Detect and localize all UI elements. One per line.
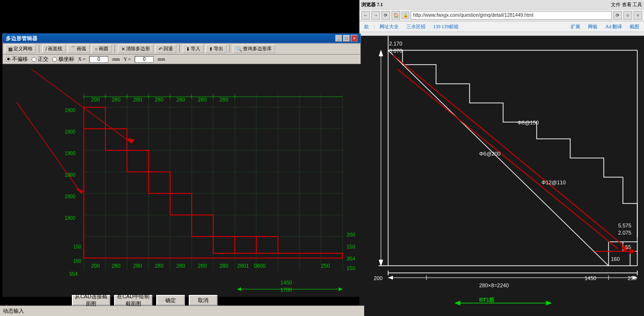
svg-text:1900: 1900 [65, 215, 76, 221]
from-cad-label: 从CAD连接截面图 [73, 293, 109, 307]
bookmark-expand[interactable]: 扩展 [568, 23, 583, 31]
sep-bookmark-1: | [374, 24, 375, 29]
forward-btn[interactable]: → [371, 11, 380, 20]
svg-text:1450: 1450 [280, 280, 292, 285]
home-btn[interactable]: 🏠 [391, 11, 400, 20]
y-unit: mm [158, 56, 165, 62]
y-label: Y = [124, 56, 131, 62]
bookmark-home[interactable]: 欲 [361, 23, 372, 31]
circle-icon: ○ [95, 46, 98, 52]
star-btn[interactable]: ☆ [623, 11, 632, 20]
svg-text:160: 160 [611, 256, 620, 262]
draw-arc-label: 画弧 [77, 45, 86, 52]
cad-close-btn[interactable]: ✕ [351, 35, 357, 42]
draw-arc-btn[interactable]: ⌒ 画弧 [68, 45, 90, 53]
svg-text:55: 55 [625, 244, 631, 250]
arc-icon: ⌒ [71, 45, 76, 52]
svg-text:250: 250 [321, 263, 330, 269]
tool-sep2 [115, 45, 115, 53]
svg-text:1900: 1900 [65, 194, 76, 199]
svg-text:280: 280 [176, 263, 185, 269]
x-input[interactable] [89, 56, 108, 63]
svg-text:3.070: 3.070 [389, 48, 402, 54]
orthogonal-option[interactable]: 正交 [32, 56, 48, 63]
draw-line-btn[interactable]: / 画直线 [42, 45, 66, 53]
cancel-label: 取消 [198, 297, 208, 304]
address-bar[interactable] [411, 11, 612, 20]
menu-btn[interactable]: ≡ [633, 11, 642, 20]
export-btn[interactable]: ⬆ 导出 [206, 45, 227, 53]
svg-text:0800: 0800 [254, 263, 265, 269]
import-btn[interactable]: ⬇ 导入 [183, 45, 204, 53]
grid-icon: ▦ [8, 46, 12, 52]
right-panel-svg: 2.170 3.070 Φ8@150 Φ6@200 Φ12@110 5.575 … [359, 36, 644, 316]
cad-title-buttons: _ □ ✕ [335, 35, 357, 42]
draw-circle-btn[interactable]: ○ 画圆 [92, 45, 112, 53]
define-grid-label: 定义网格 [13, 45, 33, 52]
export-label: 导出 [214, 45, 223, 52]
cad-toolbar: ▦ 定义网格 / 画直线 ⌒ 画弧 ○ 画圆 ✕ 清除多边形 ↶ 回退 ⬇ 导入 [2, 43, 361, 55]
svg-text:554: 554 [69, 271, 78, 277]
from-cad-btn[interactable]: 从CAD连接截面图 [72, 295, 110, 305]
no-offset-option[interactable]: 不偏移 [6, 56, 28, 63]
confirm-btn[interactable]: 确定 [156, 295, 185, 305]
bookmark-email[interactable]: 139 139邮箱 [430, 23, 461, 31]
undo-btn[interactable]: ↶ 回退 [155, 45, 176, 53]
cad-bottom-buttons: 从CAD连接截面图 在CAD中绘制截面图 确定 取消 [72, 295, 218, 305]
query-polygon-btn[interactable]: 🔍 查询多边形库 [233, 45, 275, 53]
cad-title: 多边形管辑器 [6, 35, 37, 42]
svg-text:200: 200 [346, 232, 355, 237]
svg-text:150: 150 [73, 244, 81, 249]
cad-minimize-btn[interactable]: _ [335, 35, 342, 42]
polar-radio[interactable] [52, 57, 57, 62]
bookmark-translate[interactable]: Ad 翻译 [602, 23, 625, 31]
svg-text:Φ12@110: Φ12@110 [541, 180, 566, 185]
no-offset-radio[interactable] [6, 57, 11, 62]
cad-maximize-btn[interactable]: □ [343, 35, 350, 42]
draw-line-label: 画直线 [48, 45, 62, 52]
bookmark-screenshot[interactable]: 截图 [627, 23, 642, 31]
bookmark-nav[interactable]: 网址大全 [377, 23, 402, 31]
back-btn[interactable]: ← [361, 11, 370, 20]
refresh-btn[interactable]: ⟳ [613, 11, 622, 20]
status-text: 动态输入 [3, 307, 24, 315]
svg-text:1900: 1900 [65, 108, 76, 113]
svg-text:280: 280 [133, 97, 142, 102]
y-input[interactable] [135, 56, 154, 63]
svg-text:280: 280 [219, 263, 228, 269]
cad-statusbar: 动态输入 [0, 305, 364, 316]
svg-text:280: 280 [133, 263, 142, 269]
orthogonal-radio[interactable] [32, 57, 36, 62]
cad-drawing-area: 200 280 280 280 280 280 280 1900 1900 19… [2, 64, 361, 297]
cancel-btn[interactable]: 取消 [189, 295, 218, 305]
import-icon: ⬇ [186, 46, 190, 52]
svg-text:280: 280 [155, 263, 163, 269]
right-panel-drawing: 2.170 3.070 Φ8@150 Φ6@200 Φ12@110 5.575 … [359, 36, 644, 316]
browser-bookmarks-bar: 欲 | 网址大全 三水区招 139 139邮箱 扩展 网银 Ad 翻译 截图 [359, 22, 644, 32]
bookmark-sanshui[interactable]: 三水区招 [403, 23, 428, 31]
line-icon: / [46, 46, 47, 52]
browser-top-menu[interactable]: 文件 查看 工具 [611, 1, 642, 8]
no-offset-label: 不偏移 [12, 56, 28, 63]
clear-polygon-label: 清除多边形 [126, 45, 150, 52]
svg-text:280: 280 [112, 97, 120, 102]
query-icon: 🔍 [236, 46, 242, 52]
polar-option[interactable]: 极坐标 [52, 56, 74, 63]
svg-text:280: 280 [155, 97, 163, 102]
draw-cad-btn[interactable]: 在CAD中绘制截面图 [114, 295, 152, 305]
svg-text:280: 280 [112, 263, 120, 269]
draw-circle-label: 画圆 [99, 45, 108, 52]
bookmark-bank[interactable]: 网银 [585, 23, 600, 31]
define-grid-btn[interactable]: ▦ 定义网格 [5, 45, 36, 53]
svg-text:1900: 1900 [65, 151, 76, 156]
reload-btn[interactable]: ⟳ [381, 11, 390, 20]
export-icon: ⬆ [209, 46, 213, 52]
svg-text:2.075: 2.075 [618, 230, 632, 236]
undo-icon: ↶ [159, 46, 162, 52]
svg-text:1900: 1900 [65, 129, 76, 135]
svg-text:200: 200 [91, 97, 100, 102]
clear-polygon-btn[interactable]: ✕ 清除多边形 [118, 45, 153, 53]
svg-text:150: 150 [346, 244, 355, 249]
clear-icon: ✕ [121, 46, 125, 52]
polar-label: 极坐标 [58, 56, 74, 63]
